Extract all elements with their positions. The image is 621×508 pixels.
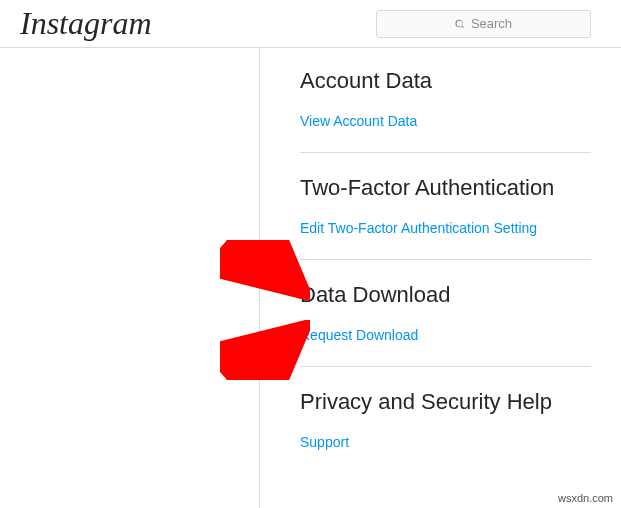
content-area: Account Data View Account Data Two-Facto… — [0, 48, 621, 508]
link-view-account-data[interactable]: View Account Data — [300, 113, 417, 129]
section-account-data: Account Data View Account Data — [300, 68, 591, 153]
top-nav: Instagram Search — [0, 0, 621, 48]
section-privacy-help: Privacy and Security Help Support — [300, 389, 591, 473]
search-container: Search — [376, 10, 591, 38]
instagram-logo[interactable]: Instagram — [20, 5, 152, 42]
section-two-factor: Two-Factor Authentication Edit Two-Facto… — [300, 175, 591, 260]
link-support[interactable]: Support — [300, 434, 349, 450]
link-request-download[interactable]: Request Download — [300, 327, 418, 343]
section-data-download: Data Download Request Download — [300, 282, 591, 367]
settings-sidebar — [12, 48, 260, 508]
settings-main: Account Data View Account Data Two-Facto… — [260, 48, 621, 508]
search-input[interactable]: Search — [376, 10, 591, 38]
section-title-account-data: Account Data — [300, 68, 591, 94]
section-title-two-factor: Two-Factor Authentication — [300, 175, 591, 201]
section-title-privacy-help: Privacy and Security Help — [300, 389, 591, 415]
search-placeholder: Search — [471, 16, 512, 31]
search-icon — [455, 19, 465, 29]
watermark: wsxdn.com — [558, 492, 613, 504]
section-title-data-download: Data Download — [300, 282, 591, 308]
link-edit-two-factor[interactable]: Edit Two-Factor Authentication Setting — [300, 220, 537, 236]
